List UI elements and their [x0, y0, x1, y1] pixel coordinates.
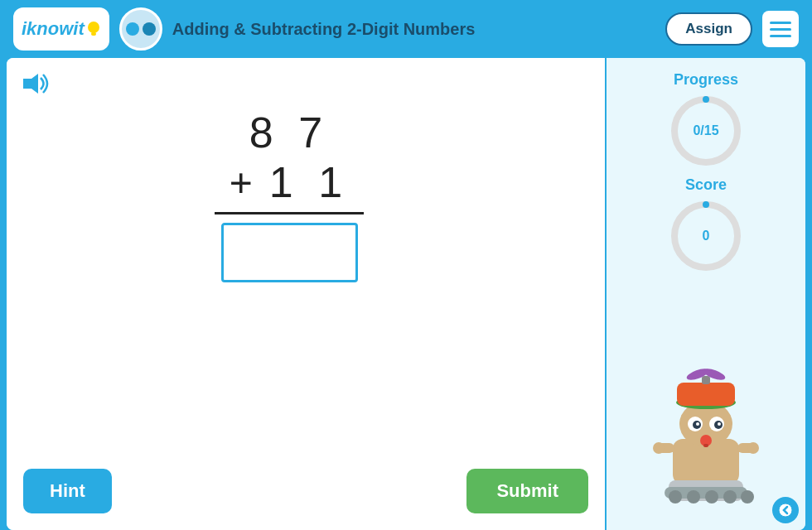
svg-marker-2 — [23, 74, 38, 94]
hint-button[interactable]: Hint — [23, 469, 112, 513]
logo-text: iknowit — [22, 18, 85, 40]
svg-point-24 — [653, 442, 665, 454]
svg-point-33 — [779, 504, 792, 517]
logo: iknowit — [13, 7, 109, 51]
progress-label: Progress — [674, 71, 738, 89]
mascot-svg — [652, 364, 760, 505]
score-value: 0 — [703, 229, 710, 243]
header: iknowit Adding & Subtracting 2-Digit Num… — [0, 0, 812, 58]
submit-button[interactable]: Submit — [466, 469, 588, 513]
lesson-title: Adding & Subtracting 2-Digit Numbers — [172, 20, 656, 39]
logo-bulb-icon — [86, 20, 101, 38]
back-icon — [778, 503, 793, 518]
svg-rect-11 — [702, 376, 710, 384]
svg-point-30 — [705, 490, 718, 504]
bottom-buttons: Hint Submit — [23, 469, 588, 513]
svg-point-32 — [741, 490, 754, 504]
hamburger-line-3 — [770, 35, 791, 37]
score-circle: 0 — [669, 199, 743, 273]
svg-point-18 — [696, 422, 699, 426]
svg-point-28 — [669, 490, 682, 504]
svg-point-0 — [88, 22, 99, 33]
right-panel: Progress 0/15 Score 0 — [607, 58, 805, 530]
math-divider-line — [215, 212, 364, 214]
robot-mascot — [652, 364, 760, 497]
svg-rect-21 — [703, 444, 708, 447]
left-panel: 8 7 + 1 1 Hint Submit — [7, 58, 607, 530]
avatar — [119, 7, 162, 51]
progress-circle: 0/15 — [669, 94, 743, 168]
math-problem: 8 7 + 1 1 — [7, 108, 588, 282]
dot2 — [143, 22, 156, 36]
svg-point-31 — [723, 490, 737, 504]
svg-rect-10 — [677, 383, 735, 406]
dot1 — [126, 22, 139, 36]
hamburger-line-1 — [770, 22, 791, 24]
sound-button[interactable] — [20, 71, 50, 96]
svg-rect-1 — [91, 32, 96, 36]
answer-box[interactable] — [221, 223, 358, 282]
number2: 1 1 — [269, 157, 349, 207]
progress-value: 0/15 — [693, 123, 718, 138]
back-button[interactable] — [772, 497, 799, 523]
avatar-dots — [126, 22, 156, 36]
assign-button[interactable]: Assign — [665, 12, 752, 46]
svg-point-25 — [747, 442, 759, 454]
number1: 8 7 — [249, 108, 329, 157]
svg-point-29 — [687, 490, 700, 504]
hamburger-line-2 — [770, 28, 791, 31]
score-label: Score — [685, 176, 727, 194]
menu-button[interactable] — [762, 11, 799, 47]
main-container: 8 7 + 1 1 Hint Submit Progress — [7, 58, 805, 530]
number2-row: + 1 1 — [230, 157, 349, 207]
progress-section: Progress 0/15 — [615, 71, 797, 168]
svg-point-19 — [718, 422, 721, 426]
sound-icon — [20, 71, 50, 96]
operator: + — [230, 160, 259, 205]
score-section: Score 0 — [615, 176, 797, 273]
